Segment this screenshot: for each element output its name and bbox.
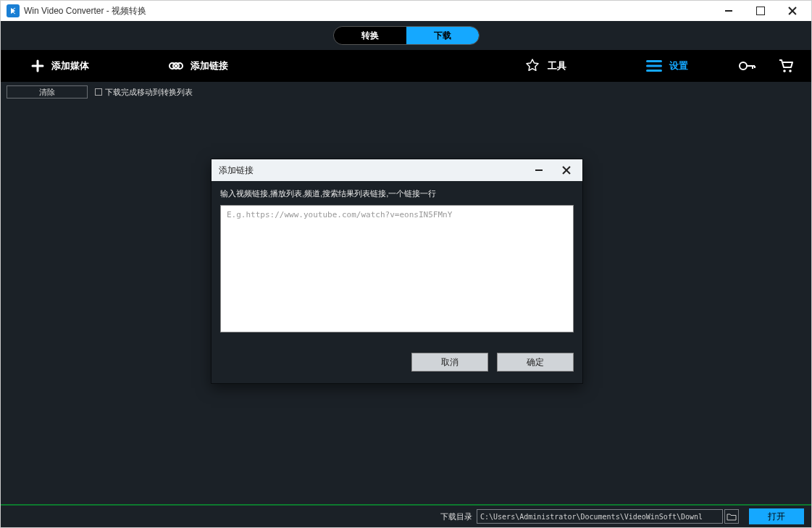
cancel-button[interactable]: 取消 bbox=[411, 353, 488, 372]
tab-convert[interactable]: 转换 bbox=[334, 27, 406, 44]
add-link-dialog: 添加链接 输入视频链接,播放列表,频道,搜索结果列表链接,一个链接一行 取消 确… bbox=[211, 159, 583, 384]
dialog-minimize-button[interactable] bbox=[530, 162, 548, 179]
checkbox-icon[interactable] bbox=[95, 88, 102, 96]
mode-tabbar: 转换 下载 bbox=[1, 21, 811, 50]
settings-button[interactable]: 设置 bbox=[646, 59, 688, 72]
main-content: 转换 下载 添加媒体 添加链接 工具 bbox=[1, 21, 811, 527]
mode-pill: 转换 下载 bbox=[333, 26, 480, 45]
svg-rect-3 bbox=[646, 65, 662, 67]
svg-point-5 bbox=[740, 62, 747, 70]
key-button[interactable] bbox=[739, 61, 756, 71]
add-media-label: 添加媒体 bbox=[51, 59, 89, 72]
window-controls bbox=[721, 4, 800, 18]
download-dir-label: 下载目录 bbox=[440, 511, 472, 522]
folder-icon bbox=[727, 513, 737, 521]
dialog-hint: 输入视频链接,播放列表,频道,搜索结果列表链接,一个链接一行 bbox=[220, 188, 574, 199]
dialog-body: 输入视频链接,播放列表,频道,搜索结果列表链接,一个链接一行 bbox=[212, 181, 582, 343]
url-textarea[interactable] bbox=[220, 205, 574, 332]
dialog-footer: 取消 确定 bbox=[212, 343, 582, 383]
app-window: Win Video Converter - 视频转换 转换 下载 添加媒体 bbox=[0, 0, 812, 528]
svg-rect-2 bbox=[646, 60, 662, 62]
minimize-button[interactable] bbox=[721, 4, 736, 18]
subtoolbar: 清除 下载完成移动到转换列表 bbox=[1, 82, 811, 99]
cart-button[interactable] bbox=[778, 59, 794, 73]
tools-label: 工具 bbox=[548, 59, 566, 72]
toolbar: 添加媒体 添加链接 工具 设置 bbox=[1, 50, 811, 82]
svg-point-7 bbox=[789, 70, 792, 72]
clear-button[interactable]: 清除 bbox=[7, 85, 88, 99]
add-media-button[interactable]: 添加媒体 bbox=[31, 59, 89, 72]
move-checkbox-label: 下载完成移动到转换列表 bbox=[105, 87, 193, 98]
maximize-button[interactable] bbox=[753, 4, 768, 18]
open-button[interactable]: 打开 bbox=[749, 508, 804, 524]
svg-rect-4 bbox=[646, 70, 662, 72]
tab-download[interactable]: 下载 bbox=[406, 27, 479, 44]
cart-icon bbox=[778, 59, 794, 73]
plus-icon bbox=[31, 59, 44, 72]
app-icon bbox=[7, 4, 20, 17]
key-icon bbox=[739, 61, 756, 71]
add-link-label: 添加链接 bbox=[191, 59, 228, 72]
dialog-titlebar: 添加链接 bbox=[212, 159, 582, 181]
ok-button[interactable]: 确定 bbox=[497, 353, 574, 372]
titlebar: Win Video Converter - 视频转换 bbox=[1, 1, 811, 21]
settings-label: 设置 bbox=[669, 59, 688, 72]
close-button[interactable] bbox=[785, 4, 800, 18]
menu-icon bbox=[646, 59, 662, 72]
dialog-title: 添加链接 bbox=[219, 164, 254, 177]
dialog-close-button[interactable] bbox=[558, 162, 575, 179]
svg-point-6 bbox=[783, 70, 786, 72]
move-checkbox-row[interactable]: 下载完成移动到转换列表 bbox=[95, 87, 193, 98]
bottombar: 下载目录 C:\Users\Administrator\Documents\Vi… bbox=[1, 504, 811, 527]
window-title: Win Video Converter - 视频转换 bbox=[24, 5, 721, 17]
link-icon bbox=[169, 61, 183, 71]
tools-button[interactable]: 工具 bbox=[524, 58, 566, 74]
browse-folder-button[interactable] bbox=[724, 509, 739, 524]
add-link-button[interactable]: 添加链接 bbox=[169, 59, 228, 72]
star-icon bbox=[524, 58, 540, 74]
download-path-field[interactable]: C:\Users\Administrator\Documents\VideoWi… bbox=[477, 509, 723, 524]
